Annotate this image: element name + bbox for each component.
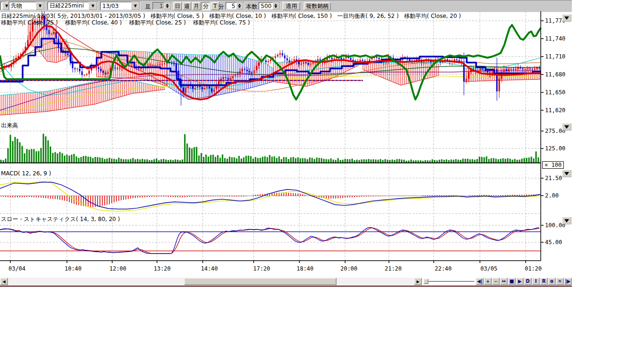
x-axis-tick-label: 21:20 xyxy=(385,265,402,272)
letter-r-button[interactable]: R xyxy=(540,278,548,285)
pane-dropdown-arrow-icon[interactable] xyxy=(562,14,571,22)
y-axis-tick-label: 11,710 xyxy=(545,53,565,60)
macd-pane-label: MACD( 12, 26, 9 ) xyxy=(1,170,51,177)
y-axis-tick-label: 21.50 xyxy=(545,175,562,181)
chart-application-window: ▼ 先物 ▼ 日経225mini ▼ 13/03 ▼ 足 1 日週月分T 分 5… xyxy=(0,0,644,362)
stop-button[interactable]: ■ xyxy=(508,278,516,285)
pane-dropdown-arrow-icon[interactable] xyxy=(562,170,571,177)
play-button[interactable]: ▶ xyxy=(516,278,524,285)
y-axis-tick-label: 2.00 xyxy=(545,192,559,199)
x-axis-tick-label: 14:40 xyxy=(201,265,218,272)
skip-start-button[interactable]: ◀| xyxy=(476,278,484,285)
y-axis-tick-label: 11,740 xyxy=(545,35,565,42)
pane-dropdown-arrow-icon[interactable] xyxy=(562,123,571,131)
zoom-out-button[interactable]: － xyxy=(492,278,500,285)
volume-pane-label: 出来高 xyxy=(1,122,18,130)
pane-dropdown-arrow-icon[interactable] xyxy=(562,217,571,224)
letter-d-button[interactable]: D xyxy=(524,278,532,285)
y-axis-tick-label: 45.00 xyxy=(545,239,562,246)
y-axis-tick-label: 125.00 xyxy=(545,145,565,152)
y-axis-tick-label: 11,680 xyxy=(545,71,565,78)
y-axis-tick-label: 11,620 xyxy=(545,107,565,114)
magnify-button[interactable]: ⊕ xyxy=(548,278,556,285)
scroll-right-button[interactable]: ▶ xyxy=(414,278,422,285)
x-axis-tick-label: 10:40 xyxy=(65,265,82,272)
x-axis-tick-label: 17:20 xyxy=(253,265,270,272)
x-axis-tick-label: 13:20 xyxy=(154,265,171,272)
pan-button[interactable]: ↔ xyxy=(500,278,508,285)
volume-multiplier-badge: × 100 xyxy=(542,161,564,169)
x-axis-tick-label: 03/04 xyxy=(8,265,25,272)
zoom-in-button[interactable]: ＋ xyxy=(484,278,492,285)
x-axis-tick-label: 20:00 xyxy=(340,265,357,272)
zoom-slider-thumb[interactable] xyxy=(423,279,429,284)
letter-i-button[interactable]: I xyxy=(532,278,540,285)
chart-title-line2: 移動平均( Close, 75 ) 移動平均( Close, 40 ) 移動平均… xyxy=(1,19,250,27)
window-bottom-edge xyxy=(0,286,572,287)
x-axis-tick-label: 03/05 xyxy=(480,265,497,272)
zoom-slider-track[interactable] xyxy=(424,281,474,282)
skip-end-button[interactable]: |▶ xyxy=(564,278,572,285)
close-button[interactable]: ✕ xyxy=(556,278,564,285)
x-axis-tick-label: 22:40 xyxy=(435,265,452,272)
scrollbar-thumb[interactable] xyxy=(184,278,337,285)
y-axis-tick-label: 11,650 xyxy=(545,89,565,96)
x-axis-tick-label: 18:40 xyxy=(297,265,314,272)
x-axis-tick-label: 01:20 xyxy=(525,265,542,272)
scroll-left-button[interactable]: ◀ xyxy=(0,278,8,285)
stochastics-pane-label: スロー・ストキャスティクス( 14, 3, 80, 20 ) xyxy=(1,215,120,223)
x-axis-tick-label: 12:00 xyxy=(109,265,126,272)
chart-canvas[interactable] xyxy=(0,0,572,292)
